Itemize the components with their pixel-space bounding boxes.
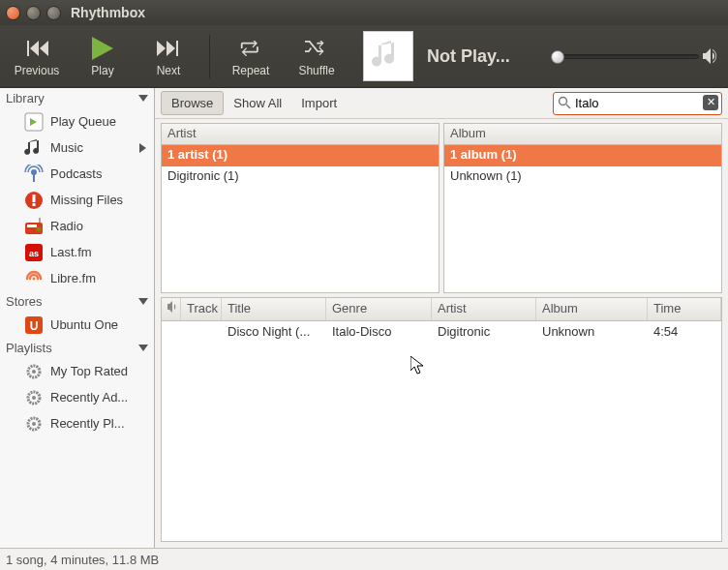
next-button[interactable]: Next xyxy=(139,30,197,83)
svg-rect-4 xyxy=(33,195,36,202)
sidebar-header-playlists[interactable]: Playlists xyxy=(0,338,154,358)
content-area: Browse Show All Import ✕ Artist 1 artist… xyxy=(155,88,728,548)
radio-icon xyxy=(23,216,45,237)
repeat-icon xyxy=(239,35,262,62)
album-row-all[interactable]: 1 album (1) xyxy=(444,145,721,166)
artist-row-all[interactable]: 1 artist (1) xyxy=(162,145,439,166)
repeat-button[interactable]: Repeat xyxy=(222,30,280,83)
previous-icon xyxy=(25,35,48,62)
svg-text:as: as xyxy=(29,249,39,258)
sidebar-item-podcasts[interactable]: Podcasts xyxy=(0,161,154,187)
librefm-icon xyxy=(23,268,45,289)
window-maximize-button[interactable] xyxy=(46,6,61,20)
sidebar-item-recently-played[interactable]: Recently Pl... xyxy=(0,410,154,436)
sidebar-item-ubuntu-one[interactable]: U Ubuntu One xyxy=(0,312,154,338)
album-pane: Album 1 album (1) Unknown (1) xyxy=(443,123,722,293)
sidebar-item-radio[interactable]: Radio xyxy=(0,213,154,239)
svg-rect-2 xyxy=(33,174,35,182)
svg-point-8 xyxy=(37,226,42,231)
album-pane-header[interactable]: Album xyxy=(444,124,721,145)
col-time[interactable]: Time xyxy=(648,298,721,320)
clear-search-icon[interactable]: ✕ xyxy=(703,95,718,110)
collapse-icon xyxy=(138,95,148,102)
svg-text:U: U xyxy=(30,319,39,333)
track-row[interactable]: Disco Night (... Italo-Disco Digitronic … xyxy=(162,321,721,345)
window-title: Rhythmbox xyxy=(71,5,145,20)
play-icon xyxy=(92,35,113,62)
gear-icon xyxy=(23,387,45,408)
search-input[interactable] xyxy=(553,92,722,115)
error-icon xyxy=(23,190,45,211)
artist-pane: Artist 1 artist (1) Digitronic (1) xyxy=(161,123,440,293)
status-text: 1 song, 4 minutes, 11.8 MB xyxy=(6,553,159,567)
artist-pane-header[interactable]: Artist xyxy=(162,124,439,145)
tab-browse[interactable]: Browse xyxy=(161,91,224,115)
sidebar-item-missing-files[interactable]: Missing Files xyxy=(0,187,154,213)
svg-line-22 xyxy=(566,105,570,108)
volume-icon[interactable] xyxy=(703,48,720,64)
svg-point-12 xyxy=(33,277,36,280)
sidebar-item-play-queue[interactable]: Play Queue xyxy=(0,108,154,135)
sidebar-header-library[interactable]: Library xyxy=(0,88,154,108)
ubuntuone-icon: U xyxy=(23,315,45,336)
window-titlebar: Rhythmbox xyxy=(0,0,728,25)
tab-import[interactable]: Import xyxy=(291,92,347,114)
status-bar: 1 song, 4 minutes, 11.8 MB xyxy=(0,548,728,570)
podcast-icon xyxy=(23,164,45,185)
col-title[interactable]: Title xyxy=(222,298,326,320)
expand-icon xyxy=(139,143,146,153)
window-close-button[interactable] xyxy=(6,6,20,20)
artist-row[interactable]: Digitronic (1) xyxy=(162,166,439,188)
lastfm-icon: as xyxy=(23,242,45,263)
volume-slider[interactable] xyxy=(554,54,699,59)
main-toolbar: Previous Play Next Repeat Shuffle Not Pl… xyxy=(0,25,728,88)
previous-button[interactable]: Previous xyxy=(8,30,66,83)
album-art xyxy=(363,31,413,81)
svg-rect-5 xyxy=(33,203,36,206)
col-artist[interactable]: Artist xyxy=(432,298,536,320)
sidebar-item-my-top-rated[interactable]: My Top Rated xyxy=(0,358,154,384)
music-icon xyxy=(23,137,45,159)
svg-point-16 xyxy=(32,370,36,374)
collapse-icon xyxy=(138,345,148,351)
track-list: Track Title Genre Artist Album Time Disc… xyxy=(161,297,722,542)
svg-rect-7 xyxy=(27,225,37,227)
play-button[interactable]: Play xyxy=(74,30,132,83)
shuffle-button[interactable]: Shuffle xyxy=(288,30,346,83)
col-audio[interactable] xyxy=(162,298,181,320)
search-icon xyxy=(558,96,571,109)
now-playing-label: Not Play... xyxy=(427,46,524,67)
col-genre[interactable]: Genre xyxy=(326,298,432,320)
track-list-header: Track Title Genre Artist Album Time xyxy=(162,298,721,321)
col-track[interactable]: Track xyxy=(181,298,222,320)
svg-point-21 xyxy=(560,97,567,105)
queue-icon xyxy=(23,111,45,133)
collapse-icon xyxy=(138,298,148,305)
browse-toolbar: Browse Show All Import ✕ xyxy=(155,88,728,119)
sidebar-item-recently-added[interactable]: Recently Ad... xyxy=(0,384,154,410)
gear-icon xyxy=(23,413,45,435)
shuffle-icon xyxy=(305,35,328,62)
next-icon xyxy=(157,35,180,62)
col-album[interactable]: Album xyxy=(536,298,648,320)
svg-point-20 xyxy=(32,422,36,426)
sidebar: Library Play Queue Music Podcasts Missin… xyxy=(0,88,155,548)
toolbar-separator xyxy=(209,35,210,78)
album-row[interactable]: Unknown (1) xyxy=(444,166,721,188)
tab-show-all[interactable]: Show All xyxy=(224,92,291,114)
sidebar-item-librefm[interactable]: Libre.fm xyxy=(0,265,154,291)
volume-thumb[interactable] xyxy=(551,50,564,64)
gear-icon xyxy=(23,361,45,382)
sidebar-header-stores[interactable]: Stores xyxy=(0,291,154,312)
music-note-icon xyxy=(372,40,405,73)
sidebar-item-lastfm[interactable]: as Last.fm xyxy=(0,239,154,265)
window-minimize-button[interactable] xyxy=(26,6,41,20)
sidebar-item-music[interactable]: Music xyxy=(0,135,154,161)
svg-point-18 xyxy=(32,396,36,400)
